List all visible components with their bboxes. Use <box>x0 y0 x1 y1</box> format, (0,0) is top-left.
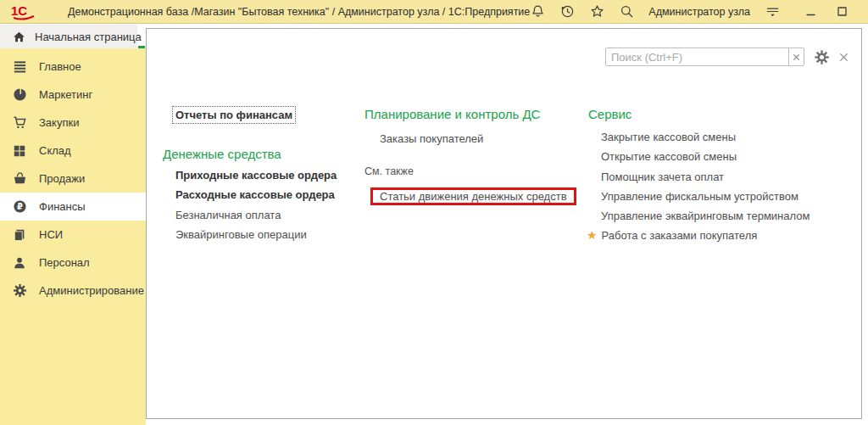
section-title-cash: Денежные средства <box>163 146 337 163</box>
link-acquiring-operations[interactable]: Эквайринговые операции <box>175 225 337 244</box>
sidebar-item-label: Администрирование <box>39 284 144 297</box>
link-payment-offset-assistant[interactable]: Помощник зачета оплат <box>601 167 810 187</box>
sidebar-item-label: Персонал <box>39 256 90 269</box>
svg-text:1С: 1С <box>11 3 27 18</box>
link-cashless-payment[interactable]: Безналичная оплата <box>175 205 337 225</box>
workspace: Начальная страница Главное Маркетинг <box>0 25 868 425</box>
sidebar-item-warehouse[interactable]: Склад <box>0 137 146 165</box>
link-customer-orders-work[interactable]: Работа с заказами покупателя <box>602 226 758 245</box>
grid-boxes-icon <box>12 143 27 159</box>
sidebar-item-label: Главное <box>39 60 81 73</box>
sidebar-item-marketing[interactable]: Маркетинг <box>0 81 146 109</box>
sidebar-item-purchases[interactable]: Закупки <box>0 109 146 137</box>
sidebar-item-label: Маркетинг <box>39 88 92 101</box>
link-incoming-cash-orders[interactable]: Приходные кассовые ордера <box>175 165 337 185</box>
tab-home-label: Начальная страница <box>35 31 142 43</box>
current-user[interactable]: Администратор узла <box>648 6 750 18</box>
stacked-pages-icon <box>12 227 27 243</box>
link-outgoing-cash-orders[interactable]: Расходные кассовые ордера <box>175 185 337 204</box>
service-menu-icon[interactable] <box>765 4 780 20</box>
ruble-circle-icon: ₽ <box>12 199 27 215</box>
link-acquiring-terminal-management[interactable]: Управление эквайринговым терминалом <box>601 206 810 226</box>
link-close-cash-shift[interactable]: Закрытие кассовой смены <box>601 127 810 147</box>
search-box <box>605 48 804 66</box>
history-icon[interactable] <box>559 4 575 20</box>
sidebar-item-main[interactable]: Главное <box>0 53 146 81</box>
column-planning: Планирование и контроль ДС Заказы покупа… <box>364 106 576 205</box>
sidebar-item-label: Продажи <box>39 172 85 185</box>
favorites-star-icon[interactable] <box>589 4 604 20</box>
sidebar-item-administration[interactable]: Администрирование <box>0 277 146 305</box>
svg-text:₽: ₽ <box>17 202 23 211</box>
sidebar-item-label: Финансы <box>39 200 86 213</box>
person-icon <box>12 255 27 271</box>
see-also-label: См. также <box>364 162 576 182</box>
sidebar-item-sales[interactable]: Продажи <box>0 165 146 193</box>
sidebar-item-personnel[interactable]: Персонал <box>0 249 146 277</box>
basket-icon <box>12 171 27 187</box>
global-search-icon[interactable] <box>619 4 634 20</box>
cart-icon <box>12 115 27 131</box>
sidebar-item-label: Склад <box>39 144 71 157</box>
tab-home[interactable]: Начальная страница <box>0 25 137 48</box>
link-customer-orders[interactable]: Заказы покупателей <box>380 129 576 148</box>
column-cash: Отчеты по финансам Денежные средства При… <box>163 106 337 244</box>
favorite-star-icon: ★ <box>587 226 598 245</box>
sidebar-item-finance[interactable]: ₽ Финансы <box>0 193 146 221</box>
home-icon <box>11 29 26 44</box>
maximize-button[interactable] <box>834 4 849 20</box>
notifications-bell-icon[interactable] <box>530 4 545 20</box>
link-cash-flow-items-highlighted[interactable]: Статьи движения денежных средств <box>370 187 576 205</box>
sidebar-item-nsi[interactable]: НСИ <box>0 221 146 249</box>
sidebar-item-label: Закупки <box>39 116 79 129</box>
panel-settings-gear-icon[interactable] <box>814 49 830 65</box>
section-title-planning: Планирование и контроль ДС <box>364 106 576 123</box>
link-fiscal-device-management[interactable]: Управление фискальным устройством <box>601 187 810 206</box>
sidebar: Главное Маркетинг Закупки <box>0 48 146 425</box>
minimize-button[interactable] <box>803 4 818 20</box>
sidebar-item-label: НСИ <box>39 228 63 241</box>
menu-lines-icon <box>12 59 27 75</box>
link-open-cash-shift[interactable]: Открытие кассовой смены <box>601 147 810 166</box>
search-input[interactable] <box>606 48 788 65</box>
finance-reports-link[interactable]: Отчеты по финансам <box>172 106 296 124</box>
section-functions-panel: Отчеты по финансам Денежные средства При… <box>146 28 862 419</box>
1c-logo-icon: 1С <box>8 3 37 21</box>
column-service: Сервис Закрытие кассовой смены Открытие … <box>588 106 810 246</box>
pie-chart-icon <box>12 87 27 103</box>
search-clear-button[interactable] <box>788 48 804 65</box>
window-title: Демонстрационная база /Магазин "Бытовая … <box>68 6 530 18</box>
gear-icon <box>12 283 27 299</box>
section-title-service: Сервис <box>588 106 810 123</box>
titlebar: 1С Демонстрационная база /Магазин "Бытов… <box>0 0 868 24</box>
panel-close-icon[interactable] <box>839 53 849 62</box>
